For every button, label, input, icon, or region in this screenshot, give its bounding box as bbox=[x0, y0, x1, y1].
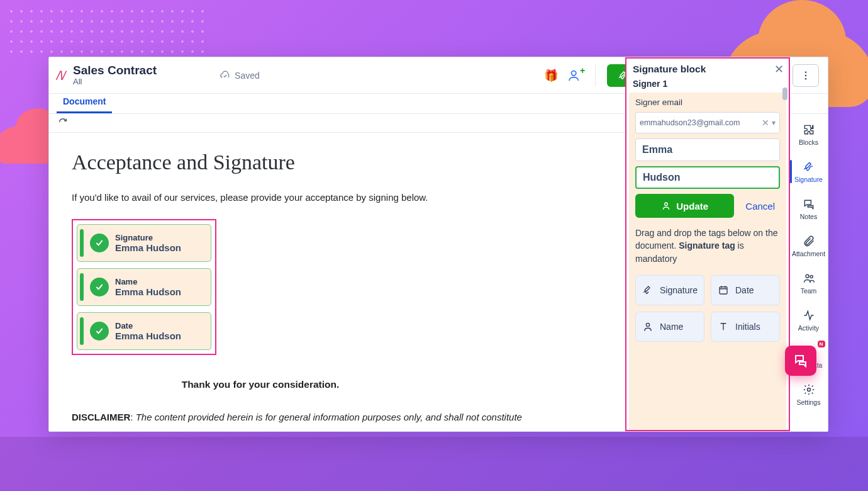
rail-label: Activity bbox=[798, 324, 819, 332]
sig-card-signature[interactable]: Signature Emma Hudson bbox=[77, 224, 211, 262]
tag-initials[interactable]: Initials bbox=[711, 312, 780, 342]
document-title: Sales Contract bbox=[73, 64, 157, 77]
more-vertical-icon bbox=[800, 70, 811, 81]
rail-blocks[interactable]: Blocks bbox=[791, 120, 826, 149]
sig-card-name[interactable]: Name Emma Hudson bbox=[77, 268, 211, 306]
document-subtitle: All bbox=[73, 77, 157, 86]
chat-icon bbox=[803, 198, 815, 210]
more-menu-button[interactable] bbox=[793, 64, 819, 87]
svg-point-14 bbox=[646, 323, 649, 326]
panel-body: Signer email emmahudson23@gmail.com ✕ ▾ … bbox=[629, 114, 786, 431]
person-icon bbox=[642, 321, 654, 332]
document-title-block: Sales Contract All bbox=[73, 64, 157, 86]
update-label: Update bbox=[676, 201, 708, 212]
saved-label: Saved bbox=[235, 71, 260, 81]
right-rail: Blocks Signature Notes Attachment Team A… bbox=[789, 114, 828, 431]
svg-point-0 bbox=[572, 71, 576, 75]
tag-label: Signature bbox=[660, 285, 698, 295]
hint-bold: Signature tag bbox=[679, 240, 735, 251]
rail-label: Notes bbox=[800, 213, 817, 220]
rail-signature[interactable]: Signature bbox=[791, 157, 826, 186]
svg-point-4 bbox=[805, 71, 807, 73]
sig-card-value: Emma Hudson bbox=[115, 242, 181, 253]
doc-thanks: Thank you for your consideration. bbox=[72, 379, 449, 390]
new-pill: N bbox=[818, 341, 825, 347]
signature-icon bbox=[803, 161, 815, 173]
cancel-button[interactable]: Cancel bbox=[740, 194, 780, 218]
signature-icon bbox=[642, 285, 654, 296]
activity-icon bbox=[803, 309, 815, 322]
rail-label: Team bbox=[801, 287, 817, 295]
doc-heading: Acceptance and Signature bbox=[72, 150, 715, 174]
rail-label: Settings bbox=[797, 398, 821, 406]
cloud-check-icon bbox=[220, 70, 231, 81]
sig-card-value: Emma Hudson bbox=[115, 286, 181, 297]
check-circle-icon bbox=[90, 234, 109, 252]
body: Acceptance and Signature If you'd like t… bbox=[49, 114, 828, 431]
svg-point-6 bbox=[805, 77, 807, 79]
rail-activity[interactable]: Activity bbox=[791, 306, 826, 334]
signer-email-select[interactable]: emmahudson23@gmail.com ✕ ▾ bbox=[635, 114, 780, 133]
tab-document[interactable]: Document bbox=[57, 93, 112, 113]
saved-indicator: Saved bbox=[220, 70, 260, 81]
rail-attachment[interactable]: Attachment bbox=[791, 232, 826, 260]
svg-point-11 bbox=[807, 388, 810, 392]
tag-label: Date bbox=[735, 285, 754, 295]
sig-card-value: Emma Hudson bbox=[115, 330, 181, 341]
gear-icon bbox=[803, 383, 815, 396]
app-window: 𝘕 Sales Contract All Saved 🎁 + Get eSign… bbox=[48, 57, 828, 432]
check-circle-icon bbox=[90, 278, 109, 296]
svg-point-7 bbox=[806, 274, 809, 278]
email-chip: emmahudson23@gmail.com bbox=[640, 118, 759, 127]
check-circle-icon bbox=[90, 322, 109, 341]
sig-card-label: Date bbox=[115, 321, 181, 330]
signature-panel: Signature block ✕ Signer 1 Signer email … bbox=[625, 114, 790, 431]
last-name-field[interactable] bbox=[635, 166, 780, 189]
paperclip-icon bbox=[803, 235, 815, 247]
update-button[interactable]: Update bbox=[635, 194, 734, 218]
email-chip-remove[interactable]: ✕ bbox=[762, 118, 769, 128]
doc-disclaimer: DISCLAIMER: The content provided herein … bbox=[72, 412, 715, 422]
doc-intro: If you'd like to avail of our services, … bbox=[72, 192, 715, 203]
tag-label: Initials bbox=[735, 322, 760, 332]
chevron-down-icon: ▾ bbox=[772, 118, 776, 127]
sig-card-label: Signature bbox=[115, 233, 181, 242]
tag-label: Name bbox=[660, 322, 683, 332]
text-icon bbox=[718, 321, 729, 332]
rail-label: Attachment bbox=[792, 250, 825, 257]
chat-fab[interactable] bbox=[785, 346, 816, 376]
rail-label: Blocks bbox=[799, 138, 818, 146]
person-icon bbox=[661, 201, 671, 211]
calendar-icon bbox=[718, 285, 729, 296]
app-logo-icon: 𝘕 bbox=[53, 67, 67, 84]
tag-name[interactable]: Name bbox=[635, 312, 704, 342]
chat-bubbles-icon bbox=[793, 353, 808, 368]
signature-cards-highlight: Signature Emma Hudson Name Emma Hudson bbox=[72, 219, 216, 355]
rail-settings[interactable]: Settings bbox=[791, 380, 826, 409]
svg-point-5 bbox=[805, 74, 807, 76]
tag-grid: Signature Date Name Initials bbox=[635, 275, 780, 342]
team-icon bbox=[803, 272, 815, 285]
sig-card-label: Name bbox=[115, 277, 181, 286]
tag-date[interactable]: Date bbox=[711, 275, 780, 305]
svg-point-12 bbox=[665, 203, 668, 206]
rail-notes[interactable]: Notes bbox=[791, 195, 826, 223]
add-user-icon[interactable]: + bbox=[566, 67, 584, 84]
sig-card-date[interactable]: Date Emma Hudson bbox=[77, 312, 211, 350]
rail-team[interactable]: Team bbox=[791, 269, 826, 297]
puzzle-icon bbox=[803, 123, 815, 136]
drag-hint: Drag and drop the tags below on the docu… bbox=[635, 227, 780, 265]
gift-icon[interactable]: 🎁 bbox=[542, 67, 560, 84]
refresh-icon bbox=[58, 117, 68, 127]
disclaimer-label: DISCLAIMER bbox=[72, 412, 130, 422]
first-name-field[interactable] bbox=[635, 138, 780, 161]
tag-signature[interactable]: Signature bbox=[635, 275, 704, 305]
disclaimer-text: The content provided herein is for gener… bbox=[136, 412, 522, 422]
svg-rect-13 bbox=[720, 287, 727, 294]
rail-label: Signature bbox=[794, 176, 823, 183]
refresh-button[interactable] bbox=[58, 117, 68, 130]
svg-point-8 bbox=[810, 275, 813, 278]
